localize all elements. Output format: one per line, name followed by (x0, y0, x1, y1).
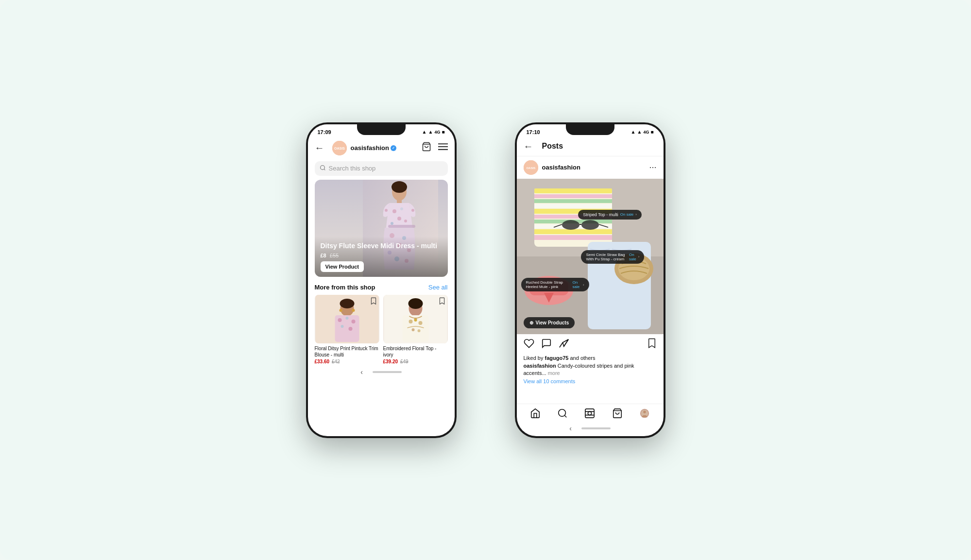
hero-title: Ditsy Flute Sleeve Midi Dress - multi (321, 241, 442, 250)
home-indicator-1 (373, 371, 402, 373)
status-time-2: 17:10 (527, 129, 540, 135)
svg-point-6 (320, 165, 324, 170)
scene: 17:09 ▲ ▲ 4G ■ ← OASIS (0, 0, 971, 560)
svg-point-16 (404, 220, 407, 222)
view-product-button[interactable]: View Product (321, 261, 364, 272)
product-price-1: £33.60 £42 (315, 359, 379, 364)
product-card-2[interactable]: Embroidered Floral Top - ivory £39.20 £4… (383, 295, 448, 364)
svg-point-43 (408, 298, 423, 309)
comment-icon[interactable] (541, 338, 552, 351)
shop-nav-icon[interactable] (612, 408, 623, 422)
search-icon-1 (320, 165, 326, 172)
posts-title: Posts (542, 142, 657, 151)
svg-point-79 (559, 409, 566, 416)
svg-rect-22 (388, 225, 415, 228)
status-icons-2: ▲ ▲ 4G ■ (631, 129, 654, 135)
svg-point-45 (409, 320, 412, 323)
svg-point-47 (418, 321, 422, 325)
tag-sale-3: On sale (572, 280, 580, 289)
svg-point-50 (414, 319, 417, 322)
svg-point-40 (348, 327, 352, 331)
status-icons-1: ▲ ▲ 4G ■ (422, 129, 445, 135)
phone-bottom-2: ‹ (517, 423, 664, 436)
caption: oasisfashion Candy-coloured stripes and … (524, 362, 657, 377)
more-link[interactable]: more (548, 370, 560, 376)
shop-name-1[interactable]: oasisfashion ✓ (351, 144, 418, 152)
post-image: Striped Top - multi On sale › Semi Circl… (517, 179, 664, 334)
tag-sale-1: On sale (620, 212, 634, 217)
product-name-1: Floral Ditsy Print Pintuck Trim Blouse -… (315, 345, 379, 358)
svg-point-13 (400, 207, 403, 210)
product-tag-3[interactable]: Ruched Double Strap Heeled Mule - pink O… (521, 278, 589, 291)
svg-rect-58 (534, 199, 612, 203)
svg-point-10 (392, 181, 407, 193)
bookmark-icon-2[interactable] (439, 297, 445, 306)
svg-point-49 (417, 329, 420, 332)
tag-sale-2: On sale (629, 253, 636, 261)
product-tag-1[interactable]: Striped Top - multi On sale › (578, 210, 642, 220)
svg-rect-56 (534, 188, 612, 193)
svg-point-21 (411, 209, 414, 212)
cart-icon-1[interactable] (422, 142, 431, 154)
svg-point-15 (391, 222, 393, 225)
bottom-nav (517, 404, 664, 423)
nav-icons-1 (422, 142, 448, 154)
section-header: More from this shop See all (308, 282, 455, 295)
product-name-2: Embroidered Floral Top - ivory (383, 345, 448, 358)
avatar-2: OASIS (524, 160, 538, 175)
action-bar (517, 334, 664, 355)
svg-point-12 (392, 209, 396, 213)
product-image-2 (383, 295, 448, 343)
top-nav-2: ← Posts (517, 137, 664, 156)
product-image-1 (315, 295, 379, 343)
view-products-button[interactable]: ⊕ View Products (524, 317, 575, 328)
svg-point-36 (338, 318, 341, 322)
see-all-button[interactable]: See all (428, 284, 448, 291)
search-placeholder: Search this shop (329, 165, 376, 172)
more-options-button[interactable]: ··· (649, 162, 656, 172)
home-nav-icon[interactable] (530, 408, 541, 422)
svg-rect-59 (534, 204, 612, 208)
save-icon[interactable] (647, 338, 657, 351)
view-comments-link[interactable]: View all 10 comments (524, 378, 657, 384)
back-chevron-2[interactable]: ‹ (569, 424, 572, 432)
back-button-1[interactable]: ← (315, 142, 328, 153)
liked-text: Liked by fagugo75 and others (524, 355, 657, 361)
search-nav-icon[interactable] (557, 408, 568, 422)
avatar-1: OASIS (332, 141, 347, 155)
share-icon[interactable] (559, 338, 569, 351)
notch-2 (566, 124, 614, 135)
svg-point-82 (588, 411, 592, 415)
svg-point-38 (351, 320, 355, 323)
svg-point-37 (345, 317, 348, 320)
product-card-1[interactable]: Floral Ditsy Print Pintuck Trim Blouse -… (315, 295, 379, 364)
reels-nav-icon[interactable] (584, 408, 595, 422)
svg-rect-11 (397, 199, 402, 203)
svg-rect-81 (585, 408, 594, 417)
verified-badge-1: ✓ (391, 145, 396, 151)
svg-point-88 (644, 410, 647, 413)
phone-bottom-1: ‹ (308, 364, 455, 380)
status-time-1: 17:09 (318, 129, 331, 135)
bookmark-icon-1[interactable] (370, 297, 377, 306)
like-icon[interactable] (524, 338, 534, 351)
search-bar[interactable]: Search this shop (315, 161, 448, 176)
svg-point-71 (562, 220, 579, 230)
tag-label-3: Ruched Double Strap Heeled Mule - pink (526, 280, 571, 289)
svg-rect-65 (534, 235, 612, 240)
top-nav-1: ← OASIS oasisfashion ✓ (308, 137, 455, 159)
back-chevron-1[interactable]: ‹ (360, 368, 363, 376)
profile-nav-icon[interactable] (639, 408, 650, 422)
svg-text:OASIS: OASIS (526, 167, 535, 170)
svg-point-39 (341, 325, 343, 328)
svg-point-72 (581, 220, 599, 230)
svg-point-32 (340, 299, 354, 308)
svg-point-34 (352, 309, 355, 312)
phone-2: 17:10 ▲ ▲ 4G ■ ← Posts OASIS (515, 122, 665, 438)
tag-label-1: Striped Top - multi (583, 212, 618, 217)
back-button-2[interactable]: ← (524, 141, 537, 152)
menu-icon-1[interactable] (438, 142, 448, 153)
product-tag-2[interactable]: Semi Circle Straw Bag With Pu Strap - cr… (581, 250, 644, 264)
svg-point-48 (411, 328, 414, 331)
hero-banner: Ditsy Flute Sleeve Midi Dress - multi £8… (315, 180, 448, 277)
